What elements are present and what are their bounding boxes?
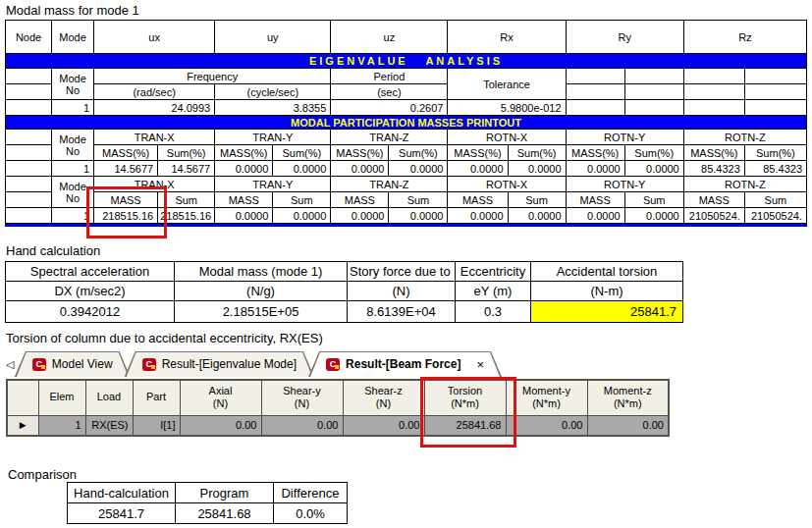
- cmp-value-difference: 0.0%: [274, 503, 348, 524]
- tab-model-view[interactable]: C Model View: [15, 351, 131, 377]
- subheader-sum-pct: Sum(%): [158, 145, 215, 161]
- comparison-title: Comparison: [8, 467, 77, 482]
- participation-value: 0.0000: [508, 208, 566, 224]
- participation-value: 0.0000: [566, 208, 624, 224]
- blank-cell: [6, 145, 52, 161]
- col-ux: ux: [94, 21, 215, 54]
- hc-value-modal-mass: 2.18515E+05: [175, 301, 348, 323]
- beam-col-shear-z[interactable]: Shear-z(N): [343, 380, 424, 415]
- beam-col-label: Shear-y: [263, 385, 342, 398]
- participation-value: 21050524.: [744, 208, 806, 224]
- beam-col-label: Moment-z: [589, 385, 668, 398]
- torsion-title: Torsion of column due to accidental ecce…: [6, 331, 323, 345]
- group-rotn-x: ROTN-X: [448, 130, 566, 145]
- hc-unit-dx: DX (m/sec2): [6, 282, 175, 301]
- beam-cell-moment-z[interactable]: 0.00: [587, 415, 669, 436]
- beam-col-moment-z[interactable]: Moment-z(N*m): [587, 380, 669, 415]
- group-tran-x: TRAN-X: [94, 130, 215, 145]
- beam-col-shear-y[interactable]: Shear-y(N): [261, 380, 343, 415]
- col-rz: Rz: [683, 21, 806, 54]
- beam-col-unit: (N*m): [589, 397, 668, 411]
- beam-cell-load[interactable]: RX(ES): [85, 415, 133, 436]
- blank-cell: [624, 100, 683, 116]
- tab-close-icon[interactable]: ×: [476, 357, 484, 372]
- beam-cell-axial[interactable]: 0.00: [180, 415, 261, 436]
- hc-unit-ey: eY (m): [456, 282, 531, 301]
- participation-pct-row: 1 14.5677 14.5677 0.0000 0.0000 0.0000 0…: [6, 161, 807, 177]
- annotation-box-torsion: [420, 377, 516, 448]
- blank-cell: [6, 69, 52, 84]
- period-value: 0.2607: [331, 100, 448, 116]
- participation-value: 0.0000: [448, 208, 508, 224]
- row-selector-header[interactable]: [7, 380, 38, 415]
- beam-col-label: Axial: [182, 385, 260, 398]
- hc-header-modal-mass: Modal mass (mode 1): [175, 262, 348, 282]
- part-mode-no: 1: [52, 161, 94, 177]
- group-tran-z: TRAN-Z: [331, 177, 448, 192]
- beam-col-label: Moment-y: [508, 385, 586, 398]
- midas-gen-icon: C: [32, 358, 46, 371]
- hand-calc-table: Spectral acceleration Modal mass (mode 1…: [5, 261, 683, 323]
- blank-cell: [744, 69, 806, 84]
- beam-cell-moment-y[interactable]: 0.00: [506, 415, 587, 436]
- row-selector-icon[interactable]: ▶: [7, 415, 38, 436]
- beam-col-moment-y[interactable]: Moment-y(N*m): [506, 380, 587, 415]
- cmp-header-program: Program: [176, 483, 274, 503]
- annotation-box-modal-mass: [86, 186, 167, 238]
- beam-col-axial[interactable]: Axial(N): [180, 380, 261, 415]
- tab-label: Model View: [52, 357, 113, 371]
- group-tran-z: TRAN-Z: [331, 130, 448, 145]
- page: Modal mass for mode 1 Node Mode ux uy uz…: [0, 0, 812, 528]
- participation-value: 0.0000: [389, 161, 448, 177]
- frequency-cycle-value: 3.8355: [215, 100, 331, 116]
- beam-grid-header-row: Elem Load Part Axial(N) Shear-y(N) Shear…: [7, 380, 669, 415]
- subheader-sum: Sum: [389, 192, 448, 208]
- subheader-mass: MASS: [683, 192, 744, 208]
- beam-cell-part[interactable]: I[1]: [133, 415, 180, 436]
- subheader-mass-pct: MASS(%): [331, 145, 389, 161]
- cmp-value-hand: 25841.7: [68, 503, 176, 524]
- modal-mass-title: Modal mass for mode 1: [6, 3, 139, 18]
- participation-value: 0.0000: [448, 161, 508, 177]
- col-uy: uy: [215, 21, 331, 54]
- tab-result-beam-force[interactable]: C Result-[Beam Force] ×: [308, 351, 502, 377]
- hc-header-accidental-torsion: Accidental torsion: [531, 262, 683, 282]
- subheader-mass: MASS: [566, 192, 624, 208]
- blank-cell: [6, 130, 52, 145]
- blank-cell: [744, 84, 806, 100]
- subheader-sum: Sum: [273, 192, 331, 208]
- hc-header-story-force: Story force due to RS: [348, 262, 456, 282]
- hc-unit-n: (N): [348, 282, 456, 301]
- beam-cell-shear-y[interactable]: 0.00: [261, 415, 343, 436]
- blank-cell: [566, 84, 624, 100]
- subheader-sum: Sum: [624, 192, 683, 208]
- participation-value: 0.0000: [331, 208, 389, 224]
- frequency-header: Frequency: [94, 69, 331, 84]
- blank-cell: [683, 100, 744, 116]
- blank-cell: [683, 84, 744, 100]
- tab-scroll-left-icon[interactable]: ◁: [5, 358, 15, 371]
- hc-value-spectral: 0.3942012: [6, 301, 175, 323]
- subheader-mass-pct: MASS(%): [215, 145, 273, 161]
- tab-label: Result-[Eigenvalue Mode]: [162, 357, 297, 371]
- subheader-mass-pct: MASS(%): [566, 145, 624, 161]
- participation-value: 14.5677: [94, 161, 158, 177]
- period-header: Period: [331, 69, 448, 84]
- beam-col-elem[interactable]: Elem: [38, 380, 85, 415]
- participation-value: 21050524.: [683, 208, 744, 224]
- subheader-mass-pct: MASS(%): [94, 145, 158, 161]
- blank-cell: [6, 192, 52, 208]
- subheader-mass-pct: MASS(%): [448, 145, 508, 161]
- beam-col-load[interactable]: Load: [85, 380, 133, 415]
- tab-result-eigenvalue-mode[interactable]: C Result-[Eigenvalue Mode]: [125, 351, 314, 377]
- beam-cell-shear-z[interactable]: 0.00: [343, 415, 424, 436]
- subheader-sum-pct: Sum(%): [389, 145, 448, 161]
- blank-cell: [624, 84, 683, 100]
- group-rotn-y: ROTN-Y: [566, 130, 683, 145]
- col-node: Node: [6, 21, 52, 54]
- group-rotn-z: ROTN-Z: [683, 177, 806, 192]
- beam-cell-elem[interactable]: 1: [38, 415, 85, 436]
- subheader-sum: Sum: [744, 192, 806, 208]
- beam-col-part[interactable]: Part: [133, 380, 180, 415]
- participation-banner-text: MODAL PARTICIPATION MASSES PRINTOUT: [291, 117, 521, 129]
